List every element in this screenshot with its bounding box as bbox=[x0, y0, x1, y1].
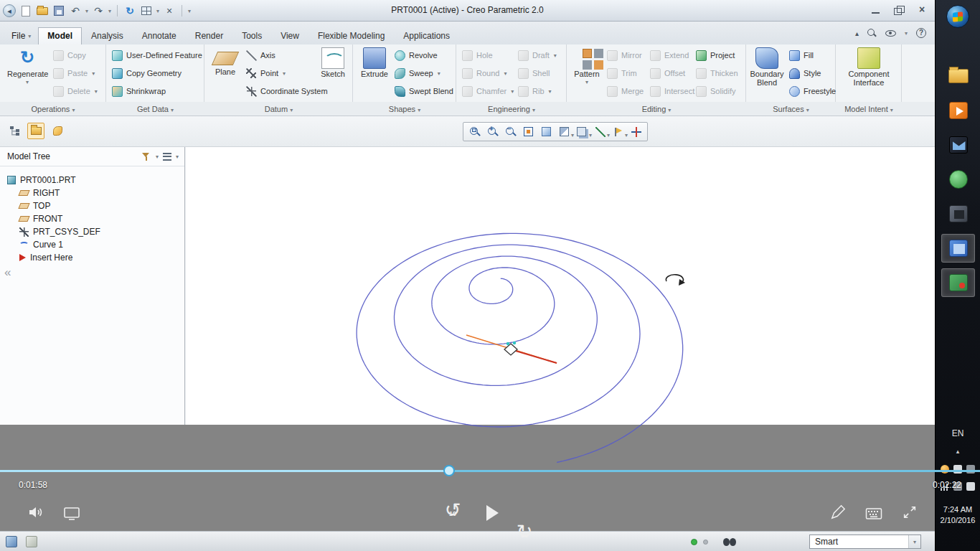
graphics-area[interactable] bbox=[186, 147, 935, 425]
tab-analysis[interactable]: Analysis bbox=[82, 27, 133, 44]
tree-item-top-plane[interactable]: TOP bbox=[0, 199, 184, 212]
saved-orientations-button[interactable]: ▾ bbox=[573, 123, 591, 140]
taskbar-app-gray[interactable] bbox=[941, 199, 975, 228]
draft-button[interactable]: Draft ▾ bbox=[518, 47, 557, 63]
windows-button[interactable] bbox=[140, 4, 153, 18]
skip-forward-button[interactable]: ↻ 30 bbox=[514, 523, 535, 545]
group-label-shapes[interactable]: Shapes ▾ bbox=[353, 102, 456, 116]
play-button[interactable] bbox=[481, 503, 504, 523]
taskbar-app-green-circle[interactable] bbox=[941, 165, 975, 194]
offset-button[interactable]: Offset bbox=[650, 65, 685, 81]
regenerate-button[interactable]: ↻ Regenerate ▾ bbox=[7, 46, 47, 101]
view-visibility-icon[interactable] bbox=[885, 30, 896, 37]
pattern-button[interactable]: Pattern ▾ bbox=[570, 46, 604, 101]
close-button[interactable]: × bbox=[916, 5, 928, 15]
tab-render[interactable]: Render bbox=[186, 27, 232, 44]
copy-geometry-button[interactable]: Copy Geometry bbox=[112, 65, 182, 81]
tab-view[interactable]: View bbox=[271, 27, 308, 44]
point-button[interactable]: Point ▾ bbox=[246, 65, 286, 81]
timeline-handle[interactable] bbox=[443, 465, 455, 476]
video-timeline[interactable] bbox=[0, 470, 980, 472]
network-icon[interactable] bbox=[941, 482, 949, 491]
group-label-editing[interactable]: Editing ▾ bbox=[567, 102, 746, 116]
help-icon[interactable]: ? bbox=[916, 28, 926, 38]
hole-button[interactable]: Hole bbox=[462, 47, 493, 63]
language-indicator[interactable]: EN bbox=[936, 428, 980, 438]
paste-button[interactable]: Paste ▾ bbox=[53, 65, 95, 81]
annotation-display-button[interactable]: ▾ bbox=[609, 123, 627, 140]
volume-button[interactable] bbox=[24, 502, 47, 522]
axis-button[interactable]: Axis bbox=[246, 47, 275, 63]
display-mode-button[interactable] bbox=[60, 504, 83, 524]
freestyle-button[interactable]: Freestyle bbox=[789, 83, 836, 99]
redo-button[interactable]: ↷ bbox=[92, 4, 105, 18]
taskbar-app-mail[interactable] bbox=[941, 131, 975, 159]
tab-applications[interactable]: Applications bbox=[394, 27, 459, 44]
display-style-button[interactable]: ▾ bbox=[555, 123, 573, 140]
taskbar-app-explorer[interactable] bbox=[941, 62, 975, 90]
search-icon[interactable] bbox=[867, 29, 877, 38]
tab-flexible-modeling[interactable]: Flexible Modeling bbox=[308, 27, 394, 44]
datum-display-button[interactable]: ▾ bbox=[591, 123, 609, 140]
chevron-down-icon[interactable]: ▾ bbox=[905, 30, 908, 37]
thicken-button[interactable]: Thicken bbox=[696, 65, 738, 81]
style-button[interactable]: Style bbox=[789, 65, 821, 81]
shrinkwrap-button[interactable]: Shrinkwrap bbox=[112, 83, 166, 99]
chamfer-button[interactable]: Chamfer ▾ bbox=[462, 83, 514, 99]
merge-button[interactable]: Merge bbox=[607, 83, 644, 99]
tray-icon-gray[interactable] bbox=[966, 465, 975, 474]
skip-back-button[interactable]: ↺ 10 bbox=[442, 501, 463, 523]
tree-item-right-plane[interactable]: RIGHT bbox=[0, 187, 184, 199]
power-icon[interactable] bbox=[966, 482, 975, 491]
plane-button[interactable]: Plane bbox=[209, 46, 242, 101]
shell-button[interactable]: Shell bbox=[518, 65, 550, 81]
find-icon[interactable] bbox=[723, 538, 736, 546]
group-label-get-data[interactable]: Get Data ▾ bbox=[106, 102, 204, 116]
status-model-icon[interactable] bbox=[6, 536, 17, 547]
tray-icon-app[interactable] bbox=[953, 465, 962, 474]
tab-annotate[interactable]: Annotate bbox=[133, 27, 186, 44]
minimize-ribbon-icon[interactable]: ▴ bbox=[855, 29, 859, 37]
tree-view-button[interactable] bbox=[6, 123, 23, 139]
annotate-button[interactable] bbox=[826, 502, 849, 522]
open-file-button[interactable] bbox=[36, 4, 49, 18]
group-label-surfaces[interactable]: Surfaces ▾ bbox=[746, 102, 836, 116]
tree-favorites-button[interactable] bbox=[49, 123, 66, 139]
zoom-in-button[interactable] bbox=[484, 123, 501, 140]
start-button[interactable] bbox=[946, 5, 969, 28]
rib-button[interactable]: Rib ▾ bbox=[518, 83, 552, 99]
undo-button[interactable]: ↶ bbox=[69, 4, 82, 18]
group-label-engineering[interactable]: Engineering ▾ bbox=[456, 102, 567, 116]
project-button[interactable]: Project bbox=[696, 47, 735, 63]
coordinate-system-button[interactable]: Coordinate System bbox=[246, 83, 328, 99]
spin-center-button[interactable] bbox=[627, 123, 645, 140]
tray-icon-orange[interactable] bbox=[941, 465, 949, 474]
redo-dropdown-icon[interactable]: ▾ bbox=[108, 8, 111, 14]
group-label-datum[interactable]: Datum ▾ bbox=[204, 102, 353, 116]
toolbar-options-icon[interactable]: ▾ bbox=[188, 8, 191, 14]
undo-dropdown-icon[interactable]: ▾ bbox=[85, 8, 88, 14]
copy-button[interactable]: Copy bbox=[53, 47, 86, 63]
tab-model[interactable]: Model bbox=[38, 27, 82, 44]
intersect-button[interactable]: Intersect bbox=[650, 83, 694, 99]
windows-dropdown-icon[interactable]: ▾ bbox=[156, 8, 159, 14]
exit-fullscreen-button[interactable] bbox=[898, 502, 921, 522]
solidify-button[interactable]: Solidify bbox=[696, 83, 735, 99]
new-file-button[interactable] bbox=[19, 4, 32, 18]
selection-filter-combo[interactable]: Smart ▾ bbox=[809, 534, 921, 549]
component-interface-button[interactable]: Component Interface bbox=[846, 46, 892, 101]
panel-collapse-icon[interactable]: « bbox=[4, 265, 11, 280]
regenerate-quick-button[interactable]: ↻ bbox=[123, 4, 136, 18]
delete-button[interactable]: Delete ▾ bbox=[53, 83, 98, 99]
revolve-button[interactable]: Revolve bbox=[395, 47, 438, 63]
sketch-button[interactable]: Sketch bbox=[316, 46, 349, 101]
mirror-button[interactable]: Mirror bbox=[607, 47, 642, 63]
tree-folders-button[interactable] bbox=[27, 123, 44, 139]
chevron-down-icon[interactable]: ▾ bbox=[156, 154, 159, 160]
repaint-button[interactable] bbox=[537, 123, 555, 140]
trim-button[interactable]: Trim bbox=[607, 65, 637, 81]
zoom-out-button[interactable] bbox=[501, 123, 519, 140]
show-hidden-icons[interactable]: ▴ bbox=[936, 448, 980, 455]
save-button[interactable] bbox=[52, 4, 65, 18]
tree-item-curve[interactable]: Curve 1 bbox=[0, 238, 184, 251]
